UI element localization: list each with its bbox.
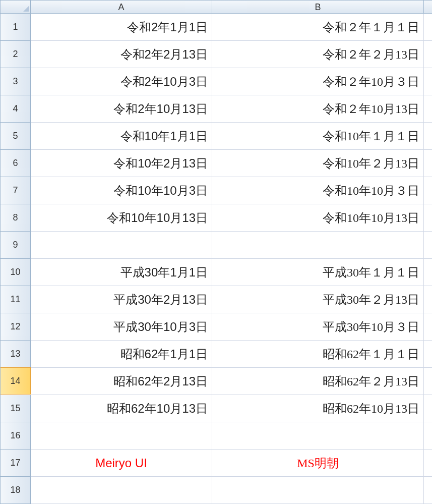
cell-edge-18 [424, 477, 432, 504]
cell-B7[interactable]: 令和10年10月３日 [212, 177, 424, 204]
cell-A13[interactable]: 昭和62年1月1日 [31, 341, 212, 368]
cell-edge-16 [424, 422, 432, 450]
row-header-4[interactable]: 4 [1, 95, 31, 123]
cell-B14[interactable]: 昭和62年２月13日 [212, 368, 424, 395]
cell-B6[interactable]: 令和10年２月13日 [212, 150, 424, 177]
cell-A8[interactable]: 令和10年10月13日 [31, 204, 212, 232]
cell-B13[interactable]: 昭和62年１月１日 [212, 341, 424, 368]
cell-A10[interactable]: 平成30年1月1日 [31, 259, 212, 286]
cell-B18[interactable] [212, 477, 424, 504]
cell-edge-11 [424, 286, 432, 313]
row-header-13[interactable]: 13 [1, 341, 31, 368]
cell-B1[interactable]: 令和２年１月１日 [212, 14, 424, 41]
cell-B11[interactable]: 平成30年２月13日 [212, 286, 424, 313]
cell-edge-1 [424, 14, 432, 41]
cell-A3[interactable]: 令和2年10月3日 [31, 68, 212, 95]
cell-edge-3 [424, 68, 432, 95]
cell-B9[interactable] [212, 232, 424, 259]
cell-B16[interactable] [212, 422, 424, 450]
cell-edge-7 [424, 177, 432, 204]
select-all-corner[interactable] [1, 1, 31, 14]
row-header-16[interactable]: 16 [1, 422, 31, 450]
row-header-7[interactable]: 7 [1, 177, 31, 204]
cell-A12[interactable]: 平成30年10月3日 [31, 313, 212, 341]
row-header-2[interactable]: 2 [1, 41, 31, 68]
cell-B8[interactable]: 令和10年10月13日 [212, 204, 424, 232]
cell-A4[interactable]: 令和2年10月13日 [31, 95, 212, 123]
cell-A2[interactable]: 令和2年2月13日 [31, 41, 212, 68]
row-header-8[interactable]: 8 [1, 204, 31, 232]
row-header-11[interactable]: 11 [1, 286, 31, 313]
row-header-9[interactable]: 9 [1, 232, 31, 259]
cell-B3[interactable]: 令和２年10月３日 [212, 68, 424, 95]
cell-A15[interactable]: 昭和62年10月13日 [31, 395, 212, 422]
row-header-18[interactable]: 18 [1, 477, 31, 504]
cell-edge-2 [424, 41, 432, 68]
cell-B15[interactable]: 昭和62年10月13日 [212, 395, 424, 422]
cell-edge-17 [424, 450, 432, 477]
cell-B10[interactable]: 平成30年１月１日 [212, 259, 424, 286]
row-header-6[interactable]: 6 [1, 150, 31, 177]
row-header-15[interactable]: 15 [1, 395, 31, 422]
cell-A16[interactable] [31, 422, 212, 450]
row-header-1[interactable]: 1 [1, 14, 31, 41]
col-header-A[interactable]: A [31, 1, 212, 14]
cell-edge-8 [424, 204, 432, 232]
cell-edge-9 [424, 232, 432, 259]
cell-A17[interactable]: Meiryo UI [31, 450, 212, 477]
cell-edge-15 [424, 395, 432, 422]
cell-B2[interactable]: 令和２年２月13日 [212, 41, 424, 68]
cell-edge-14 [424, 368, 432, 395]
row-header-10[interactable]: 10 [1, 259, 31, 286]
cell-edge-13 [424, 341, 432, 368]
cell-edge-6 [424, 150, 432, 177]
cell-edge-5 [424, 123, 432, 150]
row-header-5[interactable]: 5 [1, 123, 31, 150]
cell-A18[interactable] [31, 477, 212, 504]
cell-A9[interactable] [31, 232, 212, 259]
cell-B5[interactable]: 令和10年１月１日 [212, 123, 424, 150]
cell-B17[interactable]: MS明朝 [212, 450, 424, 477]
cell-B4[interactable]: 令和２年10月13日 [212, 95, 424, 123]
cell-edge-10 [424, 259, 432, 286]
cell-A5[interactable]: 令和10年1月1日 [31, 123, 212, 150]
col-header-edge [424, 1, 432, 14]
cell-edge-4 [424, 95, 432, 123]
spreadsheet-grid[interactable]: A B 1令和2年1月1日令和２年１月１日2令和2年2月13日令和２年２月13日… [0, 0, 432, 504]
cell-A7[interactable]: 令和10年10月3日 [31, 177, 212, 204]
row-header-3[interactable]: 3 [1, 68, 31, 95]
row-header-17[interactable]: 17 [1, 450, 31, 477]
col-header-B[interactable]: B [212, 1, 424, 14]
cell-edge-12 [424, 313, 432, 341]
cell-A6[interactable]: 令和10年2月13日 [31, 150, 212, 177]
row-header-12[interactable]: 12 [1, 313, 31, 341]
cell-B12[interactable]: 平成30年10月３日 [212, 313, 424, 341]
cell-A11[interactable]: 平成30年2月13日 [31, 286, 212, 313]
row-header-14[interactable]: 14 [1, 367, 31, 395]
cell-A1[interactable]: 令和2年1月1日 [31, 14, 212, 41]
cell-A14[interactable]: 昭和62年2月13日 [31, 368, 212, 395]
